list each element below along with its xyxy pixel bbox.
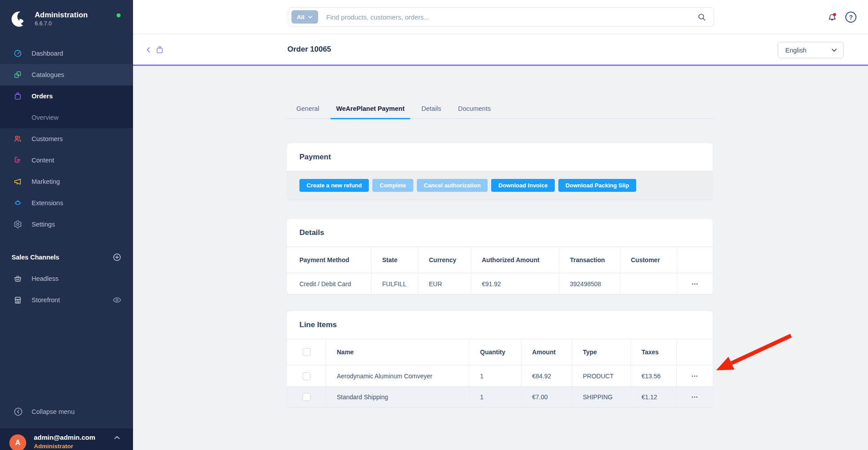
user-role: Administrator — [34, 443, 95, 450]
help-question-icon[interactable]: ? — [845, 12, 856, 23]
status-dot — [117, 13, 121, 17]
context-menu-button[interactable]: ⋯ — [691, 372, 698, 380]
language-select[interactable]: English — [778, 42, 844, 58]
app-version: 6.6.7.0 — [35, 20, 88, 27]
line-items-table-header: Name Quantity Amount Type Taxes — [287, 339, 713, 365]
storefront-icon — [13, 296, 22, 304]
chevron-down-icon — [308, 16, 313, 19]
collapse-menu-label: Collapse menu — [32, 408, 75, 415]
shopware-logo-icon — [10, 10, 28, 28]
sidebar-item-catalogues[interactable]: Catalogues — [0, 64, 133, 85]
download-invoice-button[interactable]: Download Invoice — [491, 179, 555, 192]
user-menu[interactable]: A admin@admin.com Administrator — [0, 428, 133, 450]
payment-card-title: Payment — [299, 153, 700, 162]
column-header-actions — [677, 247, 713, 273]
topbar: All Find products, customers, orders... — [133, 0, 868, 34]
storefront-visibility-eye-icon[interactable] — [113, 297, 121, 303]
tab-general[interactable]: General — [291, 99, 325, 119]
sidebar-item-label: Catalogues — [32, 71, 64, 78]
catalogues-icon — [13, 70, 22, 79]
app-title: Administration — [35, 11, 88, 19]
context-menu-button[interactable]: ⋯ — [691, 280, 698, 288]
sidebar-spacer — [0, 311, 133, 401]
collapse-chevron-icon — [13, 407, 23, 417]
create-refund-button[interactable]: Create a new refund — [299, 179, 369, 192]
line-items-table: Name Quantity Amount Type Taxes Aerodyna… — [287, 339, 713, 407]
dashboard-icon — [13, 49, 22, 58]
cell-authorized-amount: €91.92 — [471, 273, 559, 294]
row-checkbox[interactable] — [303, 372, 311, 380]
cell-taxes: €13.56 — [630, 365, 676, 386]
main-area: All Find products, customers, orders... — [133, 0, 868, 450]
sidebar-item-label: Storefront — [32, 296, 113, 304]
sidebar-item-settings[interactable]: Settings — [0, 214, 133, 235]
sidebar-item-label: Content — [32, 157, 54, 164]
marketing-icon — [13, 177, 22, 186]
context-menu-button[interactable]: ⋯ — [691, 393, 698, 401]
column-header: Payment Method — [287, 247, 371, 273]
content-icon — [13, 156, 22, 165]
tab-documents[interactable]: Documents — [452, 99, 497, 119]
sidebar-item-extensions[interactable]: Extensions — [0, 192, 133, 214]
cell-name: Standard Shipping — [326, 387, 469, 407]
column-header: Type — [572, 339, 630, 365]
extensions-icon — [13, 199, 22, 207]
line-items-card: Line Items Name Quantity Amount Type Tax… — [287, 311, 713, 407]
column-header: Transaction — [559, 247, 620, 273]
language-select-value: English — [785, 47, 807, 54]
complete-button[interactable]: Complete — [372, 179, 413, 192]
add-sales-channel-button[interactable] — [113, 253, 121, 262]
sidebar-item-label: Headless — [32, 275, 121, 282]
sidebar-item-dashboard[interactable]: Dashboard — [0, 43, 133, 64]
column-header: Quantity — [469, 339, 521, 365]
column-header: Authorized Amount — [471, 247, 559, 273]
download-packing-slip-button[interactable]: Download Packing Slip — [558, 179, 636, 192]
content: General WeArePlanet Payment Details Docu… — [133, 99, 868, 450]
cell-type: PRODUCT — [572, 365, 630, 386]
sidebar-item-overview[interactable]: Overview — [0, 107, 133, 128]
cell-payment-method: Credit / Debit Card — [287, 273, 371, 294]
cell-state: FULFILL — [371, 273, 418, 294]
table-row: Standard Shipping 1 €7.00 SHIPPING €1.12… — [287, 386, 713, 407]
notifications-bell-icon[interactable] — [827, 12, 838, 23]
row-checkbox[interactable] — [303, 393, 311, 401]
tab-label: WeArePlanet Payment — [336, 105, 405, 112]
cancel-authorization-button[interactable]: Cancel authorization — [417, 179, 488, 192]
sidebar-item-content[interactable]: Content — [0, 150, 133, 171]
page-title: Order 10065 — [287, 45, 331, 54]
sidebar-item-headless[interactable]: Headless — [0, 268, 133, 289]
tab-label: General — [296, 105, 319, 112]
cell-transaction: 392498508 — [559, 273, 620, 294]
cell-taxes: €1.12 — [630, 387, 676, 407]
tab-details[interactable]: Details — [416, 99, 447, 119]
user-email: admin@admin.com — [34, 434, 95, 441]
sidebar-item-customers[interactable]: Customers — [0, 128, 133, 150]
back-button[interactable] — [145, 46, 153, 54]
table-row: Aerodynamic Aluminum Comveyer 1 €84.92 P… — [287, 365, 713, 386]
orders-icon — [13, 92, 22, 101]
order-bag-icon — [155, 45, 164, 54]
search-filter-chip[interactable]: All — [291, 10, 318, 24]
search-input[interactable]: All Find products, customers, orders... — [288, 7, 714, 27]
chevron-up-icon — [114, 435, 120, 440]
app-logo-row: Administration 6.6.7.0 — [0, 0, 133, 39]
sales-channels-label: Sales Channels — [12, 254, 59, 261]
search-icon[interactable] — [697, 12, 707, 22]
tab-weareplanet-payment[interactable]: WeArePlanet Payment — [331, 99, 411, 119]
details-card-title: Details — [299, 228, 700, 237]
table-row: Credit / Debit Card FULFILL EUR €91.92 3… — [287, 273, 713, 294]
column-header: Customer — [620, 247, 677, 273]
sidebar-group-orders: Orders Overview — [0, 85, 133, 128]
sidebar-item-marketing[interactable]: Marketing — [0, 171, 133, 192]
sidebar-item-orders[interactable]: Orders — [0, 85, 133, 107]
chevron-down-icon — [832, 49, 837, 52]
sidebar-item-storefront[interactable]: Storefront — [0, 289, 133, 311]
payment-card: Payment Create a new refund Complete Can… — [287, 143, 713, 199]
select-all-checkbox[interactable] — [303, 348, 311, 356]
customers-icon — [13, 134, 22, 143]
details-table: Payment Method State Currency Authorized… — [287, 247, 713, 294]
settings-icon — [13, 220, 22, 229]
collapse-menu-button[interactable]: Collapse menu — [0, 401, 133, 422]
avatar: A — [9, 434, 26, 450]
cell-amount: €7.00 — [521, 387, 572, 407]
